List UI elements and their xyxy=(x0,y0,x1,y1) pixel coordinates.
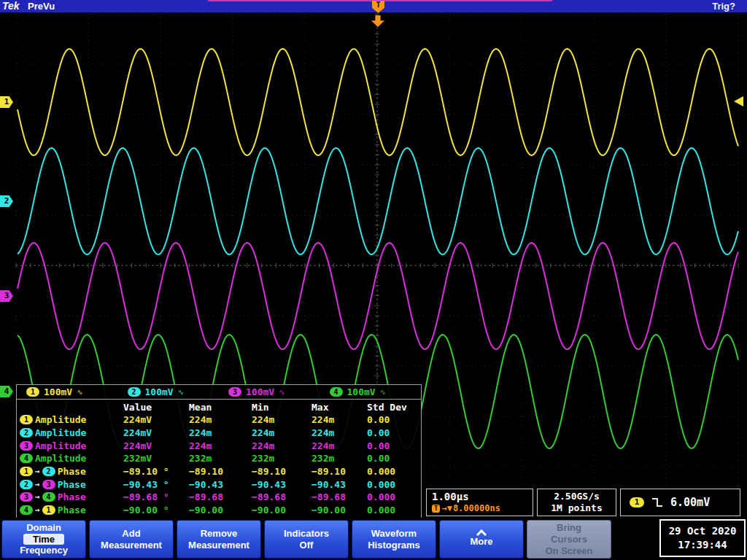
trigger-position-marker-icon[interactable] xyxy=(371,15,384,27)
button-label: Measurement xyxy=(101,540,162,551)
channel-1-marker[interactable]: 1 xyxy=(0,96,13,108)
measurement-value: 232m xyxy=(189,453,252,464)
channel-3-badge-icon: 3 xyxy=(20,441,33,451)
channel-4-readout[interactable]: 4100mV∿ xyxy=(320,386,422,397)
channel-3-marker[interactable]: 3 xyxy=(0,290,13,302)
measurement-value: −89.10 xyxy=(311,466,367,477)
channel-4-badge-icon: 4 xyxy=(330,387,343,397)
channel-scale-label: 100mV xyxy=(347,386,376,397)
menu-button-add-measurement[interactable]: AddMeasurement xyxy=(89,520,174,559)
measurement-value: 224m xyxy=(189,414,252,425)
channel-2-readout[interactable]: 2100mV∿ xyxy=(118,386,220,397)
measurement-value: −90.00 xyxy=(311,505,367,516)
measurement-label: 4→1Phase xyxy=(17,505,123,516)
date-label: 29 Oct 2020 xyxy=(669,524,737,538)
measurement-row: 1Amplitude224mV224m224m224m0.00 xyxy=(17,413,421,427)
measurement-value: −89.10 xyxy=(252,466,311,477)
channel-4-marker[interactable]: 4 xyxy=(0,386,13,397)
measurement-value: −90.00 xyxy=(189,505,252,516)
column-header: Std Dev xyxy=(367,402,419,413)
measurement-label: 2Amplitude xyxy=(17,427,123,438)
datetime-box: 29 Oct 2020 17:39:44 xyxy=(659,519,746,557)
button-label: Off xyxy=(300,540,314,551)
measurement-label: 1Amplitude xyxy=(17,414,123,425)
measurement-label: 1→2Phase xyxy=(17,466,123,477)
timebase-scale: 1.00µs xyxy=(432,491,527,502)
coupling-icon: ∿ xyxy=(279,388,285,396)
button-label: On Screen xyxy=(545,545,592,557)
channel-2-badge-icon: 2 xyxy=(20,480,33,489)
measurement-name: Phase xyxy=(58,505,86,516)
measurement-label: 3Amplitude xyxy=(17,440,123,451)
measurement-row: 3Amplitude224mV224m224m224m0.00 xyxy=(17,439,421,452)
channel-scale-label: 100mV xyxy=(44,386,72,397)
button-label: Measurement xyxy=(188,540,249,551)
bottom-menu: DomainTimeFrequencyAddMeasurementRemoveM… xyxy=(0,518,747,560)
trigger-level-marker-icon[interactable] xyxy=(734,96,743,106)
button-label: Add xyxy=(122,528,140,540)
measurement-value: 224m xyxy=(252,414,311,425)
column-header: Value xyxy=(123,402,189,413)
button-label: Frequency xyxy=(20,545,68,556)
channel-2-badge-icon: 2 xyxy=(20,428,33,438)
channel-3-badge-icon: 3 xyxy=(228,387,241,397)
arrow-icon: → xyxy=(35,480,40,489)
channel-4-badge-icon: 4 xyxy=(42,492,55,502)
measurement-value: 224mV xyxy=(123,414,189,425)
record-length: 1M points xyxy=(538,502,616,514)
menu-button-remove-measurement[interactable]: RemoveMeasurement xyxy=(177,520,261,559)
measurement-value: 224m xyxy=(252,440,311,451)
measurement-value: −89.10 xyxy=(189,466,252,477)
arrow-icon: → xyxy=(35,505,40,515)
measurement-value: 232m xyxy=(311,453,367,464)
measurement-row: 2Amplitude224mV224m224m224m0.00 xyxy=(17,427,421,440)
menu-button-more[interactable]: More xyxy=(439,520,524,559)
menu-button-domain[interactable]: DomainTimeFrequency xyxy=(1,520,86,559)
button-label: Waveform xyxy=(371,528,417,540)
arrow-icon: → xyxy=(35,492,40,502)
tek-logo: Tek xyxy=(2,0,20,12)
measurement-label: 2→3Phase xyxy=(17,479,123,490)
measurement-value: 224mV xyxy=(123,440,189,451)
menu-button-bring-cursors-on-screen[interactable]: BringCursorsOn Screen xyxy=(527,520,611,559)
measurement-value: 0.000 xyxy=(367,466,419,477)
acquisition-readout: 2.50GS/s 1M points xyxy=(537,489,616,516)
measurement-row: 4Amplitude232mV232m232m232m0.00 xyxy=(17,452,421,465)
measurement-name: Amplitude xyxy=(35,453,86,464)
button-label: Remove xyxy=(201,528,238,540)
measurement-value: 0.00 xyxy=(367,440,419,451)
channel-1-readout[interactable]: 1100mV∿ xyxy=(17,386,118,397)
measurement-value: 224m xyxy=(189,427,252,438)
measurement-name: Amplitude xyxy=(35,427,86,438)
measurement-value: 0.000 xyxy=(367,479,419,490)
acquisition-status: PreVu xyxy=(28,1,55,12)
measurement-value: 232mV xyxy=(123,453,189,464)
time-label: 17:39:44 xyxy=(678,538,727,552)
channel-2-badge-icon: 2 xyxy=(42,467,55,476)
menu-button-indicators[interactable]: IndicatorsOff xyxy=(264,520,349,559)
measurement-value: −89.10 ° xyxy=(123,466,189,477)
channel-1-badge-icon: 1 xyxy=(42,505,55,515)
measurement-value: 224m xyxy=(311,414,367,425)
measurement-value: −90.43 xyxy=(189,479,252,490)
trigger-t-icon: T xyxy=(432,505,440,513)
column-header: Max xyxy=(311,402,367,413)
measurement-label: 3→4Phase xyxy=(17,491,123,502)
measurement-value: −90.43 xyxy=(311,479,367,490)
channel-2-badge-icon: 2 xyxy=(128,387,141,397)
channel-3-readout[interactable]: 3100mV∿ xyxy=(219,386,320,397)
trigger-slope-icon xyxy=(651,497,664,508)
measurement-value: 0.00 xyxy=(367,414,419,425)
menu-button-waveform-histograms[interactable]: WaveformHistograms xyxy=(352,520,436,559)
column-header: Mean xyxy=(189,402,252,413)
channel-2-marker[interactable]: 2 xyxy=(0,195,13,207)
measurement-row: 4→1Phase−90.00 °−90.00−90.00−90.000.000 xyxy=(17,504,421,517)
measurement-name: Amplitude xyxy=(35,440,86,451)
measurement-value: −90.00 xyxy=(252,505,311,516)
measurement-value: 0.00 xyxy=(367,427,419,438)
measurement-value: 0.000 xyxy=(367,491,419,502)
coupling-icon: ∿ xyxy=(380,388,386,396)
measurement-value: 0.000 xyxy=(367,505,419,516)
measurement-value: 0.00 xyxy=(367,453,419,464)
button-label: Bring xyxy=(557,522,581,534)
